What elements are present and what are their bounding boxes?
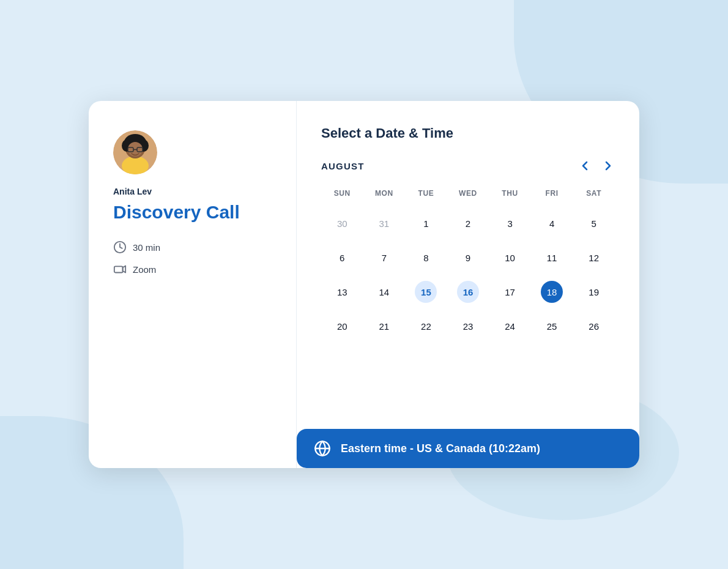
day-number: 30 xyxy=(331,212,353,234)
host-name: Anita Lev xyxy=(113,187,272,196)
avatar xyxy=(113,130,157,174)
event-title: Discovery Call xyxy=(113,201,272,223)
right-panel: Select a Date & Time AUGUST SUNMONTUEWED… xyxy=(297,101,639,468)
day-number: 3 xyxy=(499,212,521,234)
day-cell[interactable]: 4 xyxy=(531,206,573,240)
duration-row: 30 min xyxy=(113,240,272,254)
day-number: 26 xyxy=(583,315,605,337)
day-cell[interactable]: 5 xyxy=(573,206,615,240)
day-number: 14 xyxy=(373,281,395,303)
day-cell[interactable]: 14 xyxy=(363,275,406,309)
day-cell[interactable]: 24 xyxy=(489,309,531,343)
day-cell[interactable]: 1 xyxy=(405,206,447,240)
day-number: 16 xyxy=(457,281,479,303)
day-number: 9 xyxy=(457,247,479,269)
svg-rect-11 xyxy=(114,266,123,272)
month-label: AUGUST xyxy=(321,161,365,171)
day-cell[interactable]: 25 xyxy=(531,309,573,343)
day-cell[interactable]: 7 xyxy=(363,240,406,275)
day-number: 7 xyxy=(373,247,395,269)
day-number: 19 xyxy=(583,281,605,303)
select-date-title: Select a Date & Time xyxy=(321,125,615,141)
video-icon xyxy=(113,262,127,276)
day-number: 25 xyxy=(541,315,563,337)
next-month-button[interactable] xyxy=(601,158,615,173)
meeting-type-row: Zoom xyxy=(113,262,272,276)
day-cell[interactable]: 12 xyxy=(573,240,615,275)
svg-marker-12 xyxy=(123,266,126,273)
day-number: 6 xyxy=(331,247,353,269)
day-number: 1 xyxy=(415,212,437,234)
day-cell[interactable]: 23 xyxy=(447,309,489,343)
day-cell[interactable]: 17 xyxy=(489,275,531,309)
day-number: 13 xyxy=(331,281,353,303)
day-number: 21 xyxy=(373,315,395,337)
day-cell[interactable]: 18 xyxy=(531,275,573,309)
day-cell[interactable]: 8 xyxy=(405,240,447,275)
calendar-grid: SUNMONTUEWEDTHUFRISAT3031123456789101112… xyxy=(321,185,615,343)
day-number: 24 xyxy=(499,315,521,337)
calendar-header: AUGUST xyxy=(321,158,615,173)
day-number: 10 xyxy=(499,247,521,269)
day-number: 31 xyxy=(373,212,395,234)
day-cell[interactable]: 19 xyxy=(573,275,615,309)
day-cell[interactable]: 11 xyxy=(531,240,573,275)
day-header: SAT xyxy=(573,185,615,206)
day-header: MON xyxy=(363,185,406,206)
day-number: 11 xyxy=(541,247,563,269)
day-number: 23 xyxy=(457,315,479,337)
day-cell: 30 xyxy=(321,206,363,240)
left-panel: Anita Lev Discovery Call 30 min Zoom xyxy=(89,101,297,468)
day-cell[interactable]: 6 xyxy=(321,240,363,275)
day-cell[interactable]: 2 xyxy=(447,206,489,240)
day-cell[interactable]: 13 xyxy=(321,275,363,309)
day-number: 18 xyxy=(541,281,563,303)
day-cell[interactable]: 3 xyxy=(489,206,531,240)
day-number: 12 xyxy=(583,247,605,269)
day-header: TUE xyxy=(405,185,447,206)
day-cell[interactable]: 15 xyxy=(405,275,447,309)
nav-buttons xyxy=(578,158,615,173)
main-card: Anita Lev Discovery Call 30 min Zoom Sel… xyxy=(89,101,639,468)
prev-month-button[interactable] xyxy=(578,158,592,173)
globe-icon xyxy=(314,440,331,457)
duration-text: 30 min xyxy=(133,242,160,253)
day-header: FRI xyxy=(531,185,573,206)
day-number: 4 xyxy=(541,212,563,234)
event-details: 30 min Zoom xyxy=(113,240,272,276)
day-number: 8 xyxy=(415,247,437,269)
day-number: 5 xyxy=(583,212,605,234)
day-header: SUN xyxy=(321,185,363,206)
timezone-label: Eastern time - US & Canada (10:22am) xyxy=(341,442,540,455)
day-cell[interactable]: 9 xyxy=(447,240,489,275)
day-cell[interactable]: 10 xyxy=(489,240,531,275)
day-cell[interactable]: 16 xyxy=(447,275,489,309)
day-number: 17 xyxy=(499,281,521,303)
day-cell[interactable]: 20 xyxy=(321,309,363,343)
day-number: 15 xyxy=(415,281,437,303)
day-number: 20 xyxy=(331,315,353,337)
day-cell: 31 xyxy=(363,206,406,240)
day-cell[interactable]: 21 xyxy=(363,309,406,343)
day-header: WED xyxy=(447,185,489,206)
day-header: THU xyxy=(489,185,531,206)
timezone-bar[interactable]: Eastern time - US & Canada (10:22am) xyxy=(297,429,639,468)
day-cell[interactable]: 26 xyxy=(573,309,615,343)
meeting-type-text: Zoom xyxy=(133,264,156,275)
day-cell[interactable]: 22 xyxy=(405,309,447,343)
day-number: 2 xyxy=(457,212,479,234)
day-number: 22 xyxy=(415,315,437,337)
clock-icon xyxy=(113,240,127,254)
